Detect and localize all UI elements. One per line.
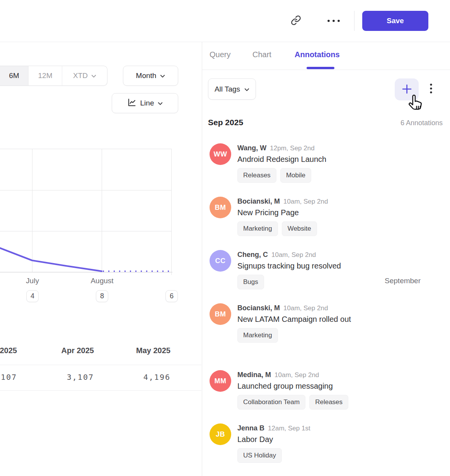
- annotation-timestamp: 10am, Sep 2nd: [283, 304, 328, 312]
- line-chart: [0, 0, 202, 313]
- annotation-item[interactable]: MM Medina, M10am, Sep 2nd Launched group…: [210, 370, 364, 410]
- annotation-tag: Releases: [309, 395, 348, 410]
- link-icon: [291, 15, 301, 27]
- annotation-item[interactable]: CC Cheng, C10am, Sep 2nd Signups trackin…: [210, 250, 364, 289]
- annotation-tag: Marketing: [237, 221, 278, 236]
- annotation-author: Cheng, C: [237, 251, 268, 258]
- annotation-title: Signups tracking bug resolved: [237, 259, 354, 272]
- annotation-tag: Bugs: [237, 275, 264, 289]
- tab-row-border: [202, 70, 450, 70]
- table-header-mar-2025: 2025: [0, 346, 17, 355]
- annotation-author: Medina, M: [237, 371, 271, 379]
- avatar: BM: [210, 303, 231, 325]
- header-divider: [354, 11, 355, 31]
- annotations-count: 6 Annotations: [401, 119, 443, 127]
- annotation-timestamp: 12am, Sep 1st: [268, 425, 310, 432]
- plus-icon: [402, 84, 412, 95]
- annotation-title: Labor Day: [237, 433, 354, 446]
- panel-divider: [202, 42, 202, 476]
- chevron-down-icon: [244, 85, 249, 94]
- avatar: MM: [210, 370, 231, 392]
- table-header-may-2025: May 2025: [93, 346, 170, 355]
- annotation-author: Jenna B: [237, 424, 264, 432]
- annotation-timestamp: 10am, Sep 2nd: [271, 251, 316, 258]
- active-tab-indicator: [307, 67, 334, 69]
- x-tick-august: August: [90, 277, 113, 285]
- annotations-month-header: Sep 2025: [208, 118, 243, 127]
- kebab-menu-icon: [430, 83, 433, 96]
- avatar: JB: [210, 423, 231, 445]
- annotation-item[interactable]: JB Jenna B12am, Sep 1st Labor Day US Hol…: [210, 423, 364, 463]
- annotation-item[interactable]: BM Bocianski, M10am, Sep 2nd New LATAM C…: [210, 303, 364, 343]
- table-cell: 107: [0, 372, 17, 382]
- x-tick-july: July: [26, 277, 39, 285]
- annotation-tag: US Holiday: [237, 448, 282, 463]
- app-window: Save 6M 12M XTD Month Line: [0, 0, 450, 476]
- annotation-timestamp: 10am, Sep 2nd: [283, 198, 328, 205]
- annotation-count-badge-september[interactable]: 6: [165, 290, 178, 302]
- chart-line-solid: [0, 248, 102, 271]
- annotation-timestamp: 10am, Sep 2nd: [274, 371, 319, 379]
- tag-filter-label: All Tags: [215, 85, 240, 94]
- more-options-button[interactable]: [324, 16, 343, 26]
- tab-query[interactable]: Query: [210, 50, 230, 59]
- annotation-author: Bocianski, M: [237, 197, 280, 205]
- annotation-tag: Releases: [237, 168, 276, 183]
- avatar: WW: [210, 143, 231, 165]
- table-border: [0, 365, 201, 365]
- annotation-tag: Website: [282, 221, 317, 236]
- annotation-title: Android Redesign Launch: [237, 153, 354, 166]
- table-header-apr-2025: Apr 2025: [17, 346, 94, 355]
- add-annotation-button[interactable]: [395, 78, 419, 100]
- annotation-item[interactable]: WW Wang, W12pm, Sep 2nd Android Redesign…: [210, 143, 364, 183]
- annotation-author: Wang, W: [237, 144, 266, 152]
- tab-chart[interactable]: Chart: [252, 50, 271, 59]
- annotation-title: Launched group messaging: [237, 379, 354, 393]
- annotation-title: New Pricing Page: [237, 206, 354, 219]
- annotation-tag: Collaboration Team: [237, 395, 305, 410]
- annotation-timestamp: 12pm, Sep 2nd: [270, 144, 314, 152]
- annotation-tag: Marketing: [237, 328, 278, 343]
- table-cell: 4,196: [93, 372, 170, 382]
- annotation-item[interactable]: BM Bocianski, M10am, Sep 2nd New Pricing…: [210, 197, 364, 236]
- tab-annotations[interactable]: Annotations: [295, 50, 340, 59]
- x-tick-september: September: [385, 277, 421, 285]
- tag-filter-dropdown[interactable]: All Tags: [208, 78, 256, 100]
- copy-link-button[interactable]: [288, 15, 303, 27]
- annotation-title: New LATAM Campaign rolled out: [237, 313, 354, 326]
- annotations-menu-button[interactable]: [426, 82, 436, 97]
- annotation-author: Bocianski, M: [237, 304, 280, 312]
- avatar: BM: [210, 197, 231, 218]
- save-button[interactable]: Save: [362, 11, 428, 31]
- table-cell: 3,107: [17, 372, 94, 382]
- annotation-tag: Mobile: [280, 168, 311, 183]
- avatar: CC: [210, 250, 231, 272]
- chart-gridlines: [0, 149, 172, 275]
- annotation-count-badge-august[interactable]: 8: [96, 290, 108, 302]
- annotation-count-badge-july[interactable]: 4: [26, 290, 39, 302]
- table-border: [0, 390, 201, 391]
- ellipsis-icon: [326, 18, 341, 24]
